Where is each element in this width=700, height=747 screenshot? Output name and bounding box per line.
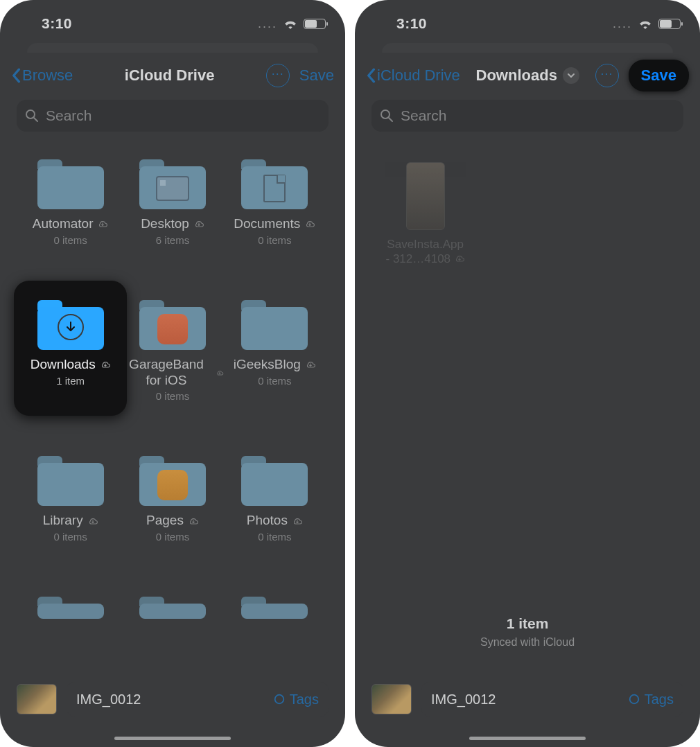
folder-photos[interactable]: Photos 0 items bbox=[224, 456, 326, 543]
folder-label: Library bbox=[43, 513, 83, 529]
tag-icon bbox=[628, 693, 640, 705]
file-label: SaveInsta.App - 312…4108 bbox=[384, 237, 467, 267]
cellular-icon: .... bbox=[258, 17, 277, 31]
battery-icon bbox=[658, 19, 681, 29]
file-grid: SaveInsta.App - 312…4108 bbox=[355, 132, 700, 267]
page-title: Downloads bbox=[476, 67, 557, 85]
svg-point-5 bbox=[629, 695, 638, 704]
search-icon bbox=[380, 109, 394, 123]
folder-downloads[interactable]: Downloads 1 item bbox=[14, 281, 127, 416]
wifi-icon bbox=[638, 18, 653, 29]
clock: 3:10 bbox=[396, 15, 427, 32]
back-button[interactable]: iCloud Drive bbox=[366, 67, 460, 85]
folder-icon bbox=[139, 300, 206, 350]
save-button[interactable]: Save bbox=[299, 67, 334, 85]
folder-icon bbox=[139, 597, 206, 619]
filename-field[interactable]: IMG_0012 Tags bbox=[67, 682, 329, 717]
tags-label: Tags bbox=[290, 692, 319, 708]
folder-icon bbox=[139, 159, 206, 209]
filename-text: IMG_0012 bbox=[76, 692, 141, 708]
nav-bar: iCloud Drive Downloads ··· Save bbox=[355, 49, 700, 96]
nav-bar: Browse iCloud Drive ··· Save bbox=[0, 49, 345, 96]
page-title: iCloud Drive bbox=[73, 67, 265, 85]
svg-line-4 bbox=[389, 118, 392, 121]
wifi-icon bbox=[283, 18, 298, 29]
file-item[interactable]: SaveInsta.App - 312…4108 bbox=[374, 162, 476, 267]
folder-count: 0 items bbox=[258, 531, 291, 543]
folder-documents[interactable]: Documents 0 items bbox=[224, 159, 326, 246]
filename-bar: IMG_0012 Tags bbox=[17, 682, 329, 717]
folder-icon bbox=[241, 159, 308, 209]
filename-field[interactable]: IMG_0012 Tags bbox=[421, 682, 683, 717]
search-field[interactable]: Search bbox=[17, 100, 329, 132]
folder-label: GarageBand for iOS bbox=[121, 357, 211, 389]
folder-icon bbox=[37, 300, 104, 350]
cloud-icon bbox=[193, 220, 204, 228]
sheet-handle bbox=[382, 43, 673, 53]
chevron-left-icon bbox=[11, 68, 21, 83]
folder-icon bbox=[139, 456, 206, 506]
folder-count: 0 items bbox=[156, 531, 189, 543]
download-glyph-icon bbox=[58, 314, 84, 340]
folder-partial-2[interactable] bbox=[121, 597, 223, 619]
folder-desktop[interactable]: Desktop 6 items bbox=[121, 159, 223, 246]
folder-label: Documents bbox=[234, 216, 300, 232]
ellipsis-icon: ··· bbox=[272, 67, 284, 80]
cellular-icon: .... bbox=[613, 17, 632, 31]
folder-count: 6 items bbox=[156, 234, 189, 246]
folder-pages[interactable]: Pages 0 items bbox=[121, 456, 223, 543]
folder-count: 1 item bbox=[56, 375, 85, 387]
folder-icon bbox=[37, 456, 104, 506]
folder-icon bbox=[37, 159, 104, 209]
folder-partial-3[interactable] bbox=[224, 597, 326, 619]
folder-grid: Automator 0 items Desktop 6 items Docume… bbox=[0, 132, 345, 619]
desktop-glyph-icon bbox=[156, 176, 189, 201]
folder-label: Pages bbox=[146, 513, 184, 529]
folder-garageband[interactable]: GarageBand for iOS 0 items bbox=[121, 300, 223, 403]
folder-count: 0 items bbox=[156, 390, 189, 402]
folder-icon bbox=[241, 456, 308, 506]
screenshot-left: 3:10 .... Browse iCloud Drive ··· Save S… bbox=[0, 0, 345, 747]
svg-point-0 bbox=[26, 110, 35, 118]
sync-status: Synced with iCloud bbox=[355, 636, 700, 649]
folder-icon bbox=[241, 300, 308, 350]
filename-text: IMG_0012 bbox=[431, 692, 496, 708]
more-button[interactable]: ··· bbox=[266, 64, 290, 87]
folder-partial-1[interactable] bbox=[19, 597, 121, 619]
status-icons: .... bbox=[613, 17, 681, 31]
garageband-glyph-icon bbox=[157, 314, 188, 344]
filename-bar: IMG_0012 Tags bbox=[371, 682, 683, 717]
battery-icon bbox=[304, 19, 326, 29]
ellipsis-icon: ··· bbox=[601, 67, 613, 80]
folder-library[interactable]: Library 0 items bbox=[19, 456, 121, 543]
home-indicator bbox=[114, 737, 231, 740]
save-button[interactable]: Save bbox=[629, 60, 689, 91]
folder-igeeksblog[interactable]: iGeeksBlog 0 items bbox=[224, 300, 326, 403]
more-button[interactable]: ··· bbox=[595, 64, 619, 87]
document-glyph-icon bbox=[263, 175, 286, 202]
folder-label: Desktop bbox=[141, 216, 189, 232]
home-indicator bbox=[469, 737, 586, 740]
folder-count: 0 items bbox=[53, 531, 87, 543]
title-menu-button[interactable] bbox=[563, 67, 579, 84]
back-button[interactable]: Browse bbox=[11, 67, 73, 85]
folder-summary: 1 item Synced with iCloud bbox=[355, 615, 700, 649]
tags-label: Tags bbox=[645, 692, 674, 708]
tags-button[interactable]: Tags bbox=[273, 692, 319, 708]
sheet-handle bbox=[27, 43, 318, 53]
folder-automator[interactable]: Automator 0 items bbox=[19, 159, 121, 246]
tags-button[interactable]: Tags bbox=[628, 692, 674, 708]
folder-label: Downloads bbox=[30, 357, 96, 373]
search-field[interactable]: Search bbox=[371, 100, 683, 132]
cloud-icon bbox=[305, 360, 316, 369]
search-placeholder: Search bbox=[401, 107, 447, 124]
chevron-left-icon bbox=[366, 68, 376, 83]
search-placeholder: Search bbox=[46, 107, 92, 124]
svg-point-2 bbox=[274, 695, 283, 704]
file-thumbnail bbox=[17, 684, 57, 714]
back-label: iCloud Drive bbox=[377, 67, 460, 85]
back-label: Browse bbox=[22, 67, 73, 85]
cloud-icon bbox=[216, 369, 224, 377]
pages-glyph-icon bbox=[157, 470, 188, 500]
cloud-icon bbox=[454, 254, 465, 263]
